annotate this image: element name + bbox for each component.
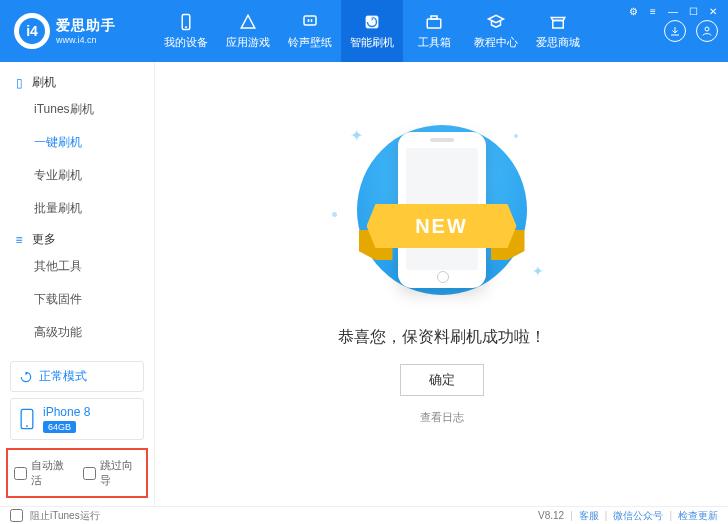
- nav-flash[interactable]: 智能刷机: [341, 0, 403, 62]
- device-storage-badge: 64GB: [43, 421, 76, 433]
- sidebar: ▯ 刷机 iTunes刷机 一键刷机 专业刷机 批量刷机 ≡ 更多 其他工具 下…: [0, 62, 155, 506]
- close-icon[interactable]: ✕: [706, 4, 720, 18]
- svg-rect-2: [304, 16, 316, 25]
- user-icon[interactable]: [696, 20, 718, 42]
- nav-tutorials[interactable]: 教程中心: [465, 0, 527, 62]
- status-bar: 阻止iTunes运行 V8.12 | 客服 | 微信公众号 | 检查更新: [0, 506, 728, 524]
- svg-point-7: [705, 27, 709, 31]
- sidebar-item-other-tools[interactable]: 其他工具: [0, 250, 154, 283]
- settings-icon[interactable]: ⚙: [626, 4, 640, 18]
- main-content: ✦ ✦ NEW 恭喜您，保资料刷机成功啦！ 确定 查看日志: [155, 62, 728, 506]
- svg-rect-4: [427, 19, 441, 28]
- menu-icon[interactable]: ≡: [646, 4, 660, 18]
- sidebar-item-pro-flash[interactable]: 专业刷机: [0, 159, 154, 192]
- flash-icon: [362, 13, 382, 31]
- sidebar-item-batch-flash[interactable]: 批量刷机: [0, 192, 154, 225]
- nav-apps[interactable]: 应用游戏: [217, 0, 279, 62]
- support-link[interactable]: 客服: [579, 509, 599, 523]
- wechat-link[interactable]: 微信公众号: [613, 509, 663, 523]
- svg-rect-6: [553, 20, 564, 28]
- device-name: iPhone 8: [43, 405, 90, 419]
- nav-toolbox[interactable]: 工具箱: [403, 0, 465, 62]
- svg-point-1: [185, 26, 187, 28]
- sidebar-item-itunes-flash[interactable]: iTunes刷机: [0, 93, 154, 126]
- svg-point-9: [26, 425, 28, 427]
- app-name: 爱思助手: [56, 17, 116, 35]
- maximize-icon[interactable]: ☐: [686, 4, 700, 18]
- top-nav: 我的设备 应用游戏 铃声壁纸 智能刷机 工具箱 教程中心 爱思商城: [155, 0, 664, 62]
- edu-icon: [486, 13, 506, 31]
- sidebar-group-more: ≡ 更多: [0, 225, 154, 250]
- list-icon: ≡: [12, 233, 26, 247]
- phone-icon: ▯: [12, 76, 26, 90]
- shop-icon: [548, 13, 568, 31]
- nav-shop[interactable]: 爱思商城: [527, 0, 589, 62]
- svg-rect-5: [431, 16, 437, 19]
- new-ribbon: NEW: [367, 204, 517, 248]
- sidebar-item-download-fw[interactable]: 下载固件: [0, 283, 154, 316]
- device-card[interactable]: iPhone 8 64GB: [10, 398, 144, 440]
- sidebar-group-flash: ▯ 刷机: [0, 68, 154, 93]
- ok-button[interactable]: 确定: [400, 364, 484, 396]
- nav-my-device[interactable]: 我的设备: [155, 0, 217, 62]
- app-logo: i4 爱思助手 www.i4.cn: [0, 0, 155, 62]
- sparkle-icon: ✦: [532, 263, 544, 279]
- device-small-icon: [19, 408, 35, 430]
- success-message: 恭喜您，保资料刷机成功啦！: [338, 327, 546, 348]
- view-log-link[interactable]: 查看日志: [420, 410, 464, 425]
- refresh-icon: [19, 370, 33, 384]
- sidebar-item-onekey-flash[interactable]: 一键刷机: [0, 126, 154, 159]
- toolbox-icon: [424, 13, 444, 31]
- auto-activate-checkbox[interactable]: 自动激活: [14, 458, 71, 488]
- window-controls: ⚙ ≡ — ☐ ✕: [626, 4, 720, 18]
- check-update-link[interactable]: 检查更新: [678, 509, 718, 523]
- apps-icon: [238, 13, 258, 31]
- skip-wizard-checkbox[interactable]: 跳过向导: [83, 458, 140, 488]
- block-itunes-checkbox[interactable]: 阻止iTunes运行: [10, 509, 100, 523]
- logo-icon: i4: [14, 13, 50, 49]
- download-icon[interactable]: [664, 20, 686, 42]
- sparkle-icon: ✦: [350, 126, 363, 145]
- music-icon: [300, 13, 320, 31]
- dot-icon: [514, 134, 518, 138]
- device-mode[interactable]: 正常模式: [10, 361, 144, 392]
- minimize-icon[interactable]: —: [666, 4, 680, 18]
- app-url: www.i4.cn: [56, 35, 116, 45]
- flash-options-box: 自动激活 跳过向导: [6, 448, 148, 498]
- device-icon: [176, 13, 196, 31]
- success-illustration: ✦ ✦ NEW: [332, 122, 552, 297]
- dot-icon: [332, 212, 337, 217]
- nav-ringtones[interactable]: 铃声壁纸: [279, 0, 341, 62]
- version-label: V8.12: [538, 510, 564, 521]
- sidebar-item-advanced[interactable]: 高级功能: [0, 316, 154, 349]
- header: i4 爱思助手 www.i4.cn 我的设备 应用游戏 铃声壁纸 智能刷机 工具…: [0, 0, 728, 62]
